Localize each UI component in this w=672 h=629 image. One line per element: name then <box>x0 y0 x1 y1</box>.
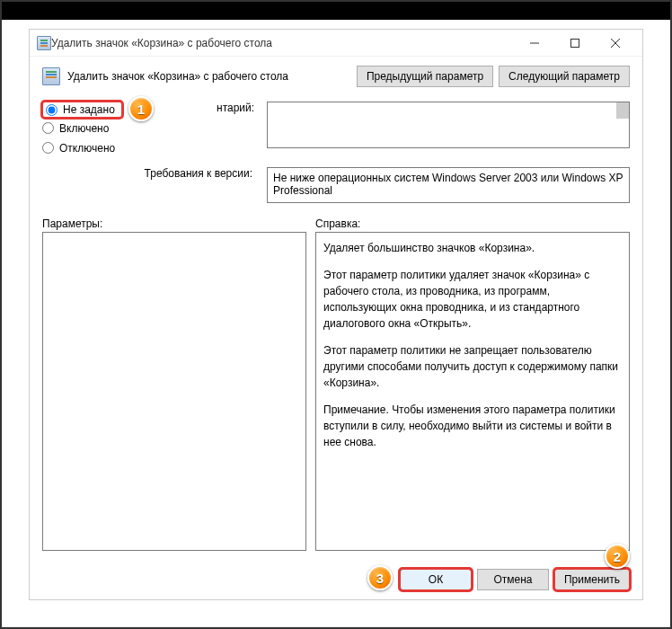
panels-row: Удаляет большинство значков «Корзина». Э… <box>30 232 642 561</box>
minimize-button[interactable] <box>514 31 554 56</box>
cancel-button[interactable]: Отмена <box>477 569 549 590</box>
requirements-label: Требования к версии: <box>42 167 258 180</box>
maximize-icon <box>570 39 579 48</box>
titlebar: Удалить значок «Корзина» с рабочего стол… <box>30 30 642 57</box>
state-and-comment-row: Не заданo Включено Отключено 1 нтарий: <box>30 96 642 167</box>
nav-buttons: Предыдущий параметр Следующий параметр <box>357 66 630 87</box>
ok-button[interactable]: ОК <box>400 569 472 590</box>
previous-setting-button[interactable]: Предыдущий параметр <box>357 66 493 87</box>
parameters-label: Параметры: <box>42 217 315 230</box>
policy-icon <box>42 67 60 85</box>
screenshot-frame: Удалить значок «Корзина» с рабочего стол… <box>0 0 672 629</box>
help-label: Справка: <box>315 217 630 230</box>
help-paragraph: Удаляет большинство значков «Корзина». <box>323 240 622 256</box>
header-row: Удалить значок «Корзина» с рабочего стол… <box>30 57 642 96</box>
annotation-badge-2: 2 <box>605 544 630 569</box>
policy-title: Удалить значок «Корзина» с рабочего стол… <box>67 70 349 83</box>
help-paragraph: Этот параметр политики удаляет значок «К… <box>323 267 622 332</box>
maximize-button[interactable] <box>554 31 595 56</box>
requirements-row: Требования к версии: Не ниже операционны… <box>30 167 642 212</box>
radio-enabled-label: Включено <box>59 122 109 135</box>
annotation-badge-3: 3 <box>367 565 393 590</box>
radio-enabled-row[interactable]: Включено <box>42 119 258 138</box>
minimize-icon <box>530 39 539 48</box>
next-setting-button[interactable]: Следующий параметр <box>499 66 630 87</box>
radio-not-configured-label: Не заданo <box>63 103 115 116</box>
frame-top-bar <box>2 2 670 20</box>
requirements-text: Не ниже операционных систем Windows Serv… <box>267 167 630 203</box>
radio-disabled-label: Отключено <box>59 142 115 155</box>
dialog-footer: 3 ОК Отмена Применить 2 <box>30 560 642 599</box>
radio-not-configured-row[interactable]: Не заданo <box>42 102 122 118</box>
radio-disabled-row[interactable]: Отключено <box>42 138 258 158</box>
dialog-window: Удалить значок «Корзина» с рабочего стол… <box>29 29 643 600</box>
radio-not-configured[interactable] <box>46 104 57 116</box>
svg-rect-1 <box>570 39 579 47</box>
help-paragraph: Этот параметр политики не запрещает поль… <box>323 342 622 391</box>
radio-enabled[interactable] <box>42 122 54 134</box>
help-panel: Удаляет большинство значков «Корзина». Э… <box>315 232 630 552</box>
help-paragraph: Примечание. Чтобы изменения этого параме… <box>323 402 622 450</box>
scrollbar-thumb[interactable] <box>616 102 629 119</box>
comment-textarea[interactable] <box>267 102 630 148</box>
window-title: Удалить значок «Корзина» с рабочего стол… <box>51 37 514 49</box>
policy-icon <box>37 36 51 50</box>
comment-label-fragment: нтарий: <box>217 102 254 114</box>
parameters-panel <box>42 232 306 552</box>
section-labels: Параметры: Справка: <box>30 212 642 232</box>
close-button[interactable] <box>595 31 635 56</box>
close-icon <box>611 39 620 48</box>
apply-button[interactable]: Применить <box>554 569 630 590</box>
radio-disabled[interactable] <box>42 142 54 154</box>
comment-area: нтарий: <box>267 102 630 158</box>
annotation-badge-1: 1 <box>128 96 154 121</box>
